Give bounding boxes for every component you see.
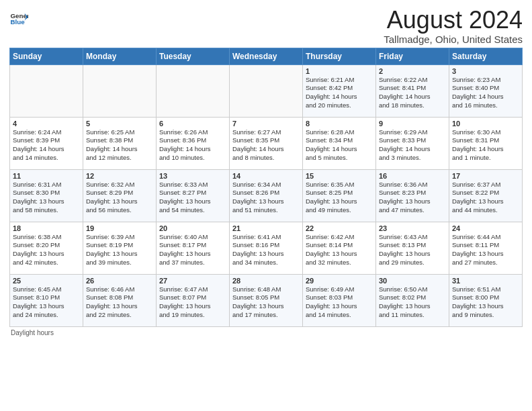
day-number: 10 [452,120,519,128]
day-info: Sunrise: 6:25 AMSunset: 8:38 PMDaylight:… [86,128,153,163]
day-number: 8 [306,120,373,128]
calendar-cell: 11Sunrise: 6:31 AMSunset: 8:30 PMDayligh… [10,169,83,222]
calendar-cell: 3Sunrise: 6:23 AMSunset: 8:40 PMDaylight… [449,64,523,117]
footer-note: Daylight hours [9,329,523,336]
day-info: Sunrise: 6:24 AMSunset: 8:39 PMDaylight:… [13,128,80,163]
calendar-cell: 28Sunrise: 6:48 AMSunset: 8:05 PMDayligh… [230,274,303,326]
calendar-cell: 21Sunrise: 6:41 AMSunset: 8:16 PMDayligh… [230,222,303,274]
day-info: Sunrise: 6:40 AMSunset: 8:17 PMDaylight:… [159,233,226,267]
day-number: 18 [13,224,80,232]
day-number: 20 [159,224,226,232]
day-number: 12 [86,172,153,180]
day-info: Sunrise: 6:35 AMSunset: 8:25 PMDaylight:… [306,181,373,215]
day-number: 3 [452,67,519,75]
day-header-wednesday: Wednesday [230,48,303,64]
day-header-tuesday: Tuesday [157,48,230,64]
day-info: Sunrise: 6:31 AMSunset: 8:30 PMDaylight:… [13,181,80,215]
day-info: Sunrise: 6:45 AMSunset: 8:10 PMDaylight:… [13,285,80,320]
calendar-cell: 31Sunrise: 6:51 AMSunset: 8:00 PMDayligh… [449,274,523,326]
calendar-cell [157,64,230,117]
svg-text:Blue: Blue [10,18,25,26]
calendar-table: SundayMondayTuesdayWednesdayThursdayFrid… [9,48,523,327]
day-number: 25 [13,277,80,285]
day-info: Sunrise: 6:44 AMSunset: 8:11 PMDaylight:… [452,233,519,267]
calendar-cell: 24Sunrise: 6:44 AMSunset: 8:11 PMDayligh… [449,222,523,274]
day-number: 9 [379,120,446,128]
calendar-cell: 22Sunrise: 6:42 AMSunset: 8:14 PMDayligh… [303,222,376,274]
day-number: 27 [159,277,226,285]
calendar-cell: 29Sunrise: 6:49 AMSunset: 8:03 PMDayligh… [303,274,376,326]
main-title: August 2024 [384,7,523,34]
day-info: Sunrise: 6:34 AMSunset: 8:26 PMDaylight:… [232,181,300,215]
calendar-cell: 6Sunrise: 6:26 AMSunset: 8:36 PMDaylight… [157,117,230,169]
calendar-cell [83,64,157,117]
day-number: 28 [232,277,300,285]
day-info: Sunrise: 6:37 AMSunset: 8:22 PMDaylight:… [452,181,519,215]
day-number: 11 [13,172,80,180]
day-info: Sunrise: 6:49 AMSunset: 8:03 PMDaylight:… [306,285,373,320]
day-number: 29 [306,277,373,285]
logo: General Blue [9,9,30,28]
day-info: Sunrise: 6:27 AMSunset: 8:35 PMDaylight:… [232,128,300,163]
day-info: Sunrise: 6:41 AMSunset: 8:16 PMDaylight:… [232,233,300,267]
day-info: Sunrise: 6:22 AMSunset: 8:41 PMDaylight:… [379,76,446,110]
day-header-thursday: Thursday [303,48,376,64]
day-info: Sunrise: 6:47 AMSunset: 8:07 PMDaylight:… [159,285,226,320]
day-number: 15 [306,172,373,180]
calendar-cell: 15Sunrise: 6:35 AMSunset: 8:25 PMDayligh… [303,169,376,222]
day-number: 4 [13,120,80,128]
day-header-monday: Monday [83,48,157,64]
day-info: Sunrise: 6:46 AMSunset: 8:08 PMDaylight:… [86,285,153,320]
calendar-cell: 18Sunrise: 6:38 AMSunset: 8:20 PMDayligh… [10,222,83,274]
day-info: Sunrise: 6:36 AMSunset: 8:23 PMDaylight:… [379,181,446,215]
calendar-cell: 20Sunrise: 6:40 AMSunset: 8:17 PMDayligh… [157,222,230,274]
day-number: 16 [379,172,446,180]
calendar-cell: 25Sunrise: 6:45 AMSunset: 8:10 PMDayligh… [10,274,83,326]
day-number: 26 [86,277,153,285]
day-number: 30 [379,277,446,285]
calendar-cell: 2Sunrise: 6:22 AMSunset: 8:41 PMDaylight… [376,64,449,117]
calendar-cell: 23Sunrise: 6:43 AMSunset: 8:13 PMDayligh… [376,222,449,274]
calendar-cell: 26Sunrise: 6:46 AMSunset: 8:08 PMDayligh… [83,274,157,326]
calendar-cell: 13Sunrise: 6:33 AMSunset: 8:27 PMDayligh… [157,169,230,222]
day-number: 1 [306,67,373,75]
calendar-cell: 4Sunrise: 6:24 AMSunset: 8:39 PMDaylight… [10,117,83,169]
calendar-cell: 17Sunrise: 6:37 AMSunset: 8:22 PMDayligh… [449,169,523,222]
day-number: 6 [159,120,226,128]
day-header-saturday: Saturday [449,48,523,64]
calendar-cell: 16Sunrise: 6:36 AMSunset: 8:23 PMDayligh… [376,169,449,222]
day-number: 21 [232,224,300,232]
day-header-friday: Friday [376,48,449,64]
calendar-cell: 8Sunrise: 6:28 AMSunset: 8:34 PMDaylight… [303,117,376,169]
day-info: Sunrise: 6:48 AMSunset: 8:05 PMDaylight:… [232,285,300,320]
day-number: 13 [159,172,226,180]
day-info: Sunrise: 6:23 AMSunset: 8:40 PMDaylight:… [452,76,519,110]
day-number: 23 [379,224,446,232]
day-info: Sunrise: 6:33 AMSunset: 8:27 PMDaylight:… [159,181,226,215]
day-info: Sunrise: 6:26 AMSunset: 8:36 PMDaylight:… [159,128,226,163]
calendar-cell [10,64,83,117]
calendar-cell: 9Sunrise: 6:29 AMSunset: 8:33 PMDaylight… [376,117,449,169]
day-number: 5 [86,120,153,128]
day-number: 24 [452,224,519,232]
day-info: Sunrise: 6:38 AMSunset: 8:20 PMDaylight:… [13,233,80,267]
day-number: 22 [306,224,373,232]
calendar-cell: 30Sunrise: 6:50 AMSunset: 8:02 PMDayligh… [376,274,449,326]
day-number: 2 [379,67,446,75]
subtitle: Tallmadge, Ohio, United States [384,34,523,45]
day-info: Sunrise: 6:43 AMSunset: 8:13 PMDaylight:… [379,233,446,267]
calendar-cell: 27Sunrise: 6:47 AMSunset: 8:07 PMDayligh… [157,274,230,326]
day-info: Sunrise: 6:51 AMSunset: 8:00 PMDaylight:… [452,285,519,320]
day-info: Sunrise: 6:28 AMSunset: 8:34 PMDaylight:… [306,128,373,163]
day-info: Sunrise: 6:30 AMSunset: 8:31 PMDaylight:… [452,128,519,163]
calendar-cell: 5Sunrise: 6:25 AMSunset: 8:38 PMDaylight… [83,117,157,169]
title-block: August 2024 Tallmadge, Ohio, United Stat… [384,7,523,45]
calendar-cell: 12Sunrise: 6:32 AMSunset: 8:29 PMDayligh… [83,169,157,222]
day-number: 31 [452,277,519,285]
day-number: 17 [452,172,519,180]
day-info: Sunrise: 6:50 AMSunset: 8:02 PMDaylight:… [379,285,446,320]
calendar-cell: 7Sunrise: 6:27 AMSunset: 8:35 PMDaylight… [230,117,303,169]
day-info: Sunrise: 6:29 AMSunset: 8:33 PMDaylight:… [379,128,446,163]
day-header-sunday: Sunday [10,48,83,64]
calendar-cell: 19Sunrise: 6:39 AMSunset: 8:19 PMDayligh… [83,222,157,274]
